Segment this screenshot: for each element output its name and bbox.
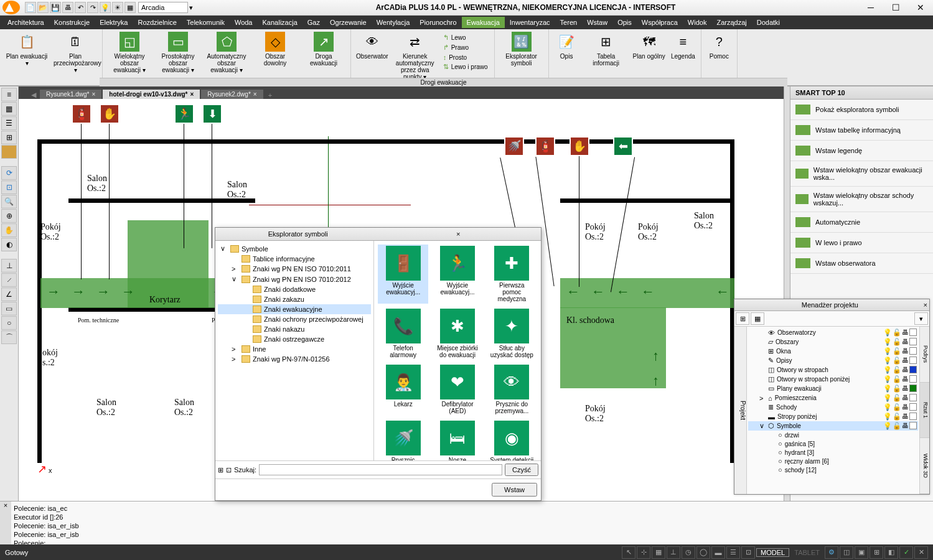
print-icon[interactable]: 🖶 <box>902 413 909 421</box>
tool-grid-icon[interactable]: ▦ <box>1 102 17 116</box>
print-icon[interactable]: 🖶 <box>902 385 909 393</box>
qat-sun-icon[interactable]: ☀ <box>112 2 123 13</box>
pm-tab-3d[interactable]: Widok 3D <box>920 438 929 494</box>
ribbon-btn[interactable]: 📝Opis <box>553 30 581 61</box>
tab-prev-icon[interactable]: ◀ <box>31 91 36 99</box>
smart-item[interactable]: Wstaw legendę <box>790 141 933 161</box>
status-gear-icon[interactable]: ⚙ <box>825 546 838 559</box>
cmd-close-icon[interactable]: × <box>0 502 11 509</box>
search-tool1-icon[interactable]: ⊞ <box>218 466 223 474</box>
tool-list-icon[interactable]: ☰ <box>1 116 17 130</box>
lock-icon[interactable]: 🔓 <box>893 385 901 393</box>
tool-pan-icon[interactable]: ✋ <box>1 223 17 237</box>
qat-save-icon[interactable]: 💾 <box>50 2 61 13</box>
color-swatch[interactable] <box>909 375 917 383</box>
minimize-button[interactable]: ─ <box>858 0 883 16</box>
pm-layer-row[interactable]: ▬ Stropy poniżej💡🔓🖶 <box>748 412 918 421</box>
ribbon-btn[interactable]: ◇Obszar dowolny <box>252 30 298 68</box>
menu-ogrzewanie[interactable]: Ogrzewanie <box>325 17 372 28</box>
ribbon-side-item[interactable]: ↰ Lewo <box>441 33 490 42</box>
lock-icon[interactable]: 🔓 <box>893 394 901 402</box>
status-thick-icon[interactable]: ▬ <box>711 546 725 559</box>
menu-rozdzielnice[interactable]: Rozdzielnice <box>133 17 181 28</box>
menu-teren[interactable]: Teren <box>555 17 583 28</box>
menu-wentylacja[interactable]: Wentylacja <box>372 17 415 28</box>
print-icon[interactable]: 🖶 <box>902 347 909 355</box>
ribbon-btn[interactable]: 🔣Eksplorator symboli <box>499 30 545 68</box>
bulb-icon[interactable]: 💡 <box>883 375 892 383</box>
tool-props-icon[interactable]: ⊞ <box>1 131 17 144</box>
clear-button[interactable]: Czyść <box>505 464 538 476</box>
color-swatch[interactable] <box>909 422 917 429</box>
status-misc1-icon[interactable]: ◫ <box>840 546 853 559</box>
ribbon-btn[interactable]: ◱Wielokątny obszar ewakuacji ▾ <box>106 30 152 75</box>
explorer-tree[interactable]: ∨ Symbole Tablice informacyjne> Znaki wg… <box>215 241 374 460</box>
tab-close-icon[interactable]: × <box>91 91 95 98</box>
pm-side-tab[interactable]: Projekt <box>734 327 747 494</box>
pm-layer-row[interactable]: ○ gaśnica [5] <box>748 439 918 448</box>
tool-orbit-icon[interactable]: ◐ <box>1 238 17 251</box>
lock-icon[interactable]: 🔓 <box>893 366 901 374</box>
smart-item[interactable]: Wstaw obserwatora <box>790 253 933 274</box>
pm-tree[interactable]: 👁 Obserwatorzy💡🔓🖶▱ Obszary💡🔓🖶⊞ Okna💡🔓🖶✎ … <box>747 327 919 494</box>
pm-layer-row[interactable]: ○ ręczny alarm [6] <box>748 457 918 465</box>
smart-item[interactable]: W lewo i prawo <box>790 233 933 253</box>
status-x-icon[interactable]: ✕ <box>914 546 928 559</box>
lock-icon[interactable]: 🔓 <box>893 422 901 430</box>
lock-icon[interactable]: 🔓 <box>893 329 901 337</box>
ribbon-side-item[interactable]: ↱ Prawo <box>441 43 490 52</box>
qat-light-icon[interactable]: 💡 <box>100 2 111 13</box>
pm-tool2-icon[interactable]: ▦ <box>751 312 764 325</box>
drawing-tab[interactable]: Rysunek1.dwg* × <box>40 90 101 99</box>
tree-item[interactable]: Znaki ewakuacyjne <box>218 304 371 314</box>
status-polar-icon[interactable]: ◷ <box>682 546 695 559</box>
menu-gaz[interactable]: Gaz <box>302 17 325 28</box>
menu-dodatki[interactable]: Dodatki <box>752 17 785 28</box>
status-model[interactable]: MODEL <box>756 548 789 557</box>
lock-icon[interactable]: 🔓 <box>893 413 901 421</box>
symbol-item[interactable]: 🛏Nosze <box>432 419 482 460</box>
tool-line-icon[interactable]: ⟋ <box>1 273 17 287</box>
menu-architektura[interactable]: Architektura <box>2 17 49 28</box>
smart-item[interactable]: Wstaw wielokątny obszar ewakuacji wska..… <box>790 161 933 187</box>
tree-item[interactable]: Znaki ostrzegawcze <box>218 334 371 344</box>
ribbon-btn[interactable]: ?Pomoc <box>705 30 733 61</box>
print-icon[interactable]: 🖶 <box>902 329 909 337</box>
pm-layer-row[interactable]: ✎ Opisy💡🔓🖶 <box>748 356 918 365</box>
menu-konstrukcje[interactable]: Konstrukcje <box>49 17 95 28</box>
symbol-item[interactable]: 📞Telefon alarmowy <box>378 307 428 360</box>
symbol-item[interactable]: 🚪Wyjście ewakuacyj... <box>378 245 428 304</box>
symbol-item[interactable]: ✦Stłuc aby uzyskać dostęp <box>487 307 537 360</box>
tool-zoomin-icon[interactable]: 🔍 <box>1 195 17 208</box>
bulb-icon[interactable]: 💡 <box>883 347 892 355</box>
status-ortho-icon[interactable]: ⊥ <box>667 546 680 559</box>
tool-circle-icon[interactable]: ○ <box>1 316 17 330</box>
bulb-icon[interactable]: 💡 <box>883 385 892 393</box>
symbol-item[interactable]: 🚿Prysznic bezpieczeństwa <box>378 419 428 460</box>
explorer-close-icon[interactable]: × <box>378 230 539 238</box>
ribbon-btn[interactable]: ↗Droga ewakuacji <box>301 30 347 68</box>
tree-item[interactable]: > Znaki wg PN-97/N-01256 <box>218 354 371 364</box>
color-swatch[interactable] <box>909 385 917 392</box>
status-dyn-icon[interactable]: ⊡ <box>741 546 755 559</box>
tool-zoomext-icon[interactable]: ⊡ <box>1 180 17 194</box>
ribbon-btn[interactable]: 🗺Plan ogólny <box>632 30 667 61</box>
pm-tab-rzut[interactable]: Rzut 1 <box>920 383 929 439</box>
bulb-icon[interactable]: 💡 <box>883 357 892 365</box>
tool-rect-icon[interactable]: ▭ <box>1 302 17 315</box>
tool-dim-icon[interactable]: ⊥ <box>1 259 17 273</box>
tool-layers-icon[interactable]: ≡ <box>1 88 17 101</box>
status-grid-icon[interactable]: ▦ <box>652 546 665 559</box>
bulb-icon[interactable]: 💡 <box>883 403 892 411</box>
status-snap-icon[interactable]: ⊹ <box>637 546 650 559</box>
ribbon-btn[interactable]: ⊞Tabela informacji <box>583 30 629 68</box>
explorer-grid[interactable]: 🚪Wyjście ewakuacyj...🏃Wyjście ewakuacyj.… <box>374 241 541 460</box>
status-tablet[interactable]: TABLET <box>790 549 823 556</box>
status-osnap-icon[interactable]: ◯ <box>696 546 710 559</box>
print-icon[interactable]: 🖶 <box>902 357 909 365</box>
lock-icon[interactable]: 🔓 <box>893 338 901 346</box>
pm-layer-row[interactable]: 👁 Obserwatorzy💡🔓🖶 <box>748 328 918 337</box>
print-icon[interactable]: 🖶 <box>902 422 909 430</box>
pm-layer-row[interactable]: ≣ Schody💡🔓🖶 <box>748 403 918 412</box>
lock-icon[interactable]: 🔓 <box>893 375 901 383</box>
